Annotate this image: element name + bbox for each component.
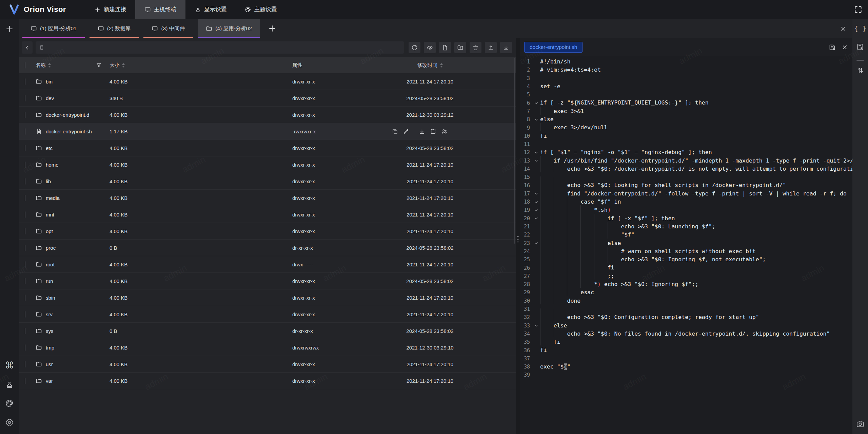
row-checkbox[interactable] bbox=[25, 261, 25, 268]
sort-size-control[interactable] bbox=[122, 63, 125, 68]
save-file-button[interactable] bbox=[829, 44, 836, 51]
path-input[interactable] bbox=[47, 45, 401, 51]
new-file-button[interactable] bbox=[439, 42, 451, 53]
table-row[interactable]: docker-entrypoint.d4.00 KBdrwxr-xr-x2021… bbox=[19, 107, 516, 123]
code-line[interactable]: 12if [ "$1" = "nginx" -o "$1" = "nginx-d… bbox=[520, 148, 852, 156]
table-row[interactable]: home4.00 KBdrwxr-xr-x2021-11-24 17:20:10 bbox=[19, 156, 516, 173]
table-row[interactable]: root4.00 KBdrwx------2021-11-24 17:20:10 bbox=[19, 256, 516, 273]
table-row[interactable]: bin4.00 KBdrwxr-xr-x2021-11-24 17:20:10 bbox=[19, 73, 516, 90]
row-checkbox[interactable] bbox=[25, 178, 25, 185]
navigate-back-button[interactable] bbox=[22, 41, 33, 54]
move-button[interactable] bbox=[430, 128, 436, 135]
code-line[interactable]: 21 echo >&3 "$0: Launching $f"; bbox=[520, 223, 852, 231]
row-checkbox[interactable] bbox=[25, 328, 25, 334]
row-checkbox[interactable] bbox=[25, 278, 25, 284]
table-row[interactable]: mnt4.00 KBdrwxr-xr-x2021-11-24 17:20:10 bbox=[19, 206, 516, 223]
file-name[interactable]: bin bbox=[46, 79, 53, 84]
code-line[interactable]: 29 esac bbox=[520, 288, 852, 297]
row-checkbox[interactable] bbox=[25, 311, 25, 318]
table-row[interactable]: usr4.00 KBdrwxr-xr-x2021-11-24 17:20:10 bbox=[19, 356, 516, 373]
code-line[interactable]: 1#!/bin/sh bbox=[520, 58, 852, 66]
file-name[interactable]: mnt bbox=[46, 212, 54, 218]
code-line[interactable]: 39 bbox=[520, 371, 852, 379]
sort-lines-button[interactable] bbox=[855, 65, 866, 76]
row-checkbox[interactable] bbox=[25, 245, 25, 251]
row-checkbox[interactable] bbox=[25, 128, 25, 135]
file-name[interactable]: media bbox=[46, 195, 60, 201]
tab-database[interactable]: (2) 数据库 bbox=[90, 19, 139, 38]
code-line[interactable]: 8else bbox=[520, 115, 852, 124]
fold-chevron-icon[interactable] bbox=[532, 208, 540, 212]
upload-button[interactable] bbox=[485, 42, 497, 53]
file-name[interactable]: docker-entrypoint.d bbox=[46, 112, 89, 118]
code-line[interactable]: 24 # warn on shell scripts without exec … bbox=[520, 247, 852, 256]
code-line[interactable]: 33 else bbox=[520, 322, 852, 330]
code-line[interactable]: 34 echo >&3 "$0: No files found in /dock… bbox=[520, 330, 852, 338]
code-line[interactable]: 38exec "$@" bbox=[520, 363, 852, 371]
nav-item-host-terminal[interactable]: 主机终端 bbox=[135, 0, 185, 19]
row-checkbox[interactable] bbox=[25, 228, 25, 234]
code-line[interactable]: 22 "$f" bbox=[520, 231, 852, 239]
code-line[interactable]: 3 bbox=[520, 74, 852, 82]
table-row[interactable]: tmp4.00 KBdrwxrwxrwx2021-12-30 03:29:10 bbox=[19, 339, 516, 356]
file-name[interactable]: proc bbox=[46, 245, 56, 251]
nav-item-new-connection[interactable]: 新建连接 bbox=[85, 0, 135, 19]
code-line[interactable]: 35 fi bbox=[520, 338, 852, 346]
fold-chevron-icon[interactable] bbox=[532, 117, 540, 122]
row-checkbox[interactable] bbox=[25, 162, 25, 168]
nav-item-theme-settings[interactable]: 主题设置 bbox=[236, 0, 286, 19]
tab-app-analysis-01[interactable]: (1) 应用-分析01 bbox=[22, 19, 85, 38]
code-line[interactable]: 16 echo >&3 "$0: Looking for shell scrip… bbox=[520, 181, 852, 189]
code-line[interactable]: 20 if [ -x "$f" ]; then bbox=[520, 214, 852, 223]
code-line[interactable]: 2# vim:sw=4:ts=4:et bbox=[520, 66, 852, 74]
fold-chevron-icon[interactable] bbox=[532, 323, 540, 328]
table-row[interactable]: media4.00 KBdrwxr-xr-x2021-11-24 17:20:1… bbox=[19, 190, 516, 206]
theme-settings-button[interactable] bbox=[4, 398, 15, 409]
fullscreen-button[interactable] bbox=[848, 0, 868, 19]
file-name[interactable]: lib bbox=[46, 178, 51, 184]
row-checkbox[interactable] bbox=[25, 295, 25, 301]
file-name[interactable]: sbin bbox=[46, 295, 55, 301]
table-row[interactable]: lib4.00 KBdrwxr-xr-x2021-11-24 17:20:10 bbox=[19, 173, 516, 190]
row-checkbox[interactable] bbox=[25, 112, 25, 118]
file-name[interactable]: home bbox=[46, 162, 59, 168]
settings-button[interactable] bbox=[4, 417, 15, 428]
row-checkbox[interactable] bbox=[25, 95, 25, 101]
panel-resize-divider[interactable] bbox=[516, 38, 520, 434]
code-line[interactable]: 9 exec 3>/dev/null bbox=[520, 124, 852, 132]
filter-icon[interactable] bbox=[96, 62, 102, 68]
nav-item-display-settings[interactable]: 显示设置 bbox=[185, 0, 236, 19]
table-row[interactable]: var4.00 KBdrwxr-xr-x2021-11-24 17:20:10 bbox=[19, 373, 516, 389]
copy-button[interactable] bbox=[392, 128, 398, 135]
display-settings-button[interactable] bbox=[4, 379, 15, 390]
code-line[interactable]: 17 find "/docker-entrypoint.d/" -follow … bbox=[520, 190, 852, 198]
row-checkbox[interactable] bbox=[25, 361, 25, 367]
tab-middleware[interactable]: (3) 中间件 bbox=[143, 19, 193, 38]
file-table-scrollbar[interactable] bbox=[514, 58, 515, 244]
close-panel-button[interactable] bbox=[840, 19, 846, 38]
file-name[interactable]: tmp bbox=[46, 345, 54, 351]
column-header-time[interactable]: 修改时间 bbox=[417, 62, 438, 69]
code-line[interactable]: 31 bbox=[520, 305, 852, 313]
download-button[interactable] bbox=[419, 128, 425, 135]
edit-button[interactable] bbox=[403, 128, 409, 135]
code-line[interactable]: 23 else bbox=[520, 239, 852, 247]
fold-chevron-icon[interactable] bbox=[532, 101, 540, 105]
sort-time-control[interactable] bbox=[440, 63, 443, 68]
row-checkbox[interactable] bbox=[25, 211, 25, 218]
code-line[interactable]: 36fi bbox=[520, 346, 852, 354]
row-checkbox[interactable] bbox=[25, 145, 25, 151]
file-name[interactable]: etc bbox=[46, 145, 53, 151]
row-checkbox[interactable] bbox=[25, 378, 25, 384]
table-row[interactable]: opt4.00 KBdrwxr-xr-x2021-11-24 17:20:10 bbox=[19, 223, 516, 240]
tab-app-analysis-02[interactable]: (4) 应用-分析02 bbox=[198, 19, 260, 38]
permissions-button[interactable] bbox=[441, 128, 448, 135]
fold-chevron-icon[interactable] bbox=[532, 191, 540, 196]
table-row[interactable]: etc4.00 KBdrwxr-xr-x2024-05-28 23:58:02 bbox=[19, 140, 516, 156]
new-folder-button[interactable] bbox=[454, 42, 466, 53]
file-name[interactable]: opt bbox=[46, 228, 53, 234]
row-checkbox[interactable] bbox=[25, 78, 25, 85]
code-line[interactable]: 27 ;; bbox=[520, 272, 852, 280]
fold-chevron-icon[interactable] bbox=[532, 200, 540, 204]
code-line[interactable]: 4set -e bbox=[520, 82, 852, 91]
